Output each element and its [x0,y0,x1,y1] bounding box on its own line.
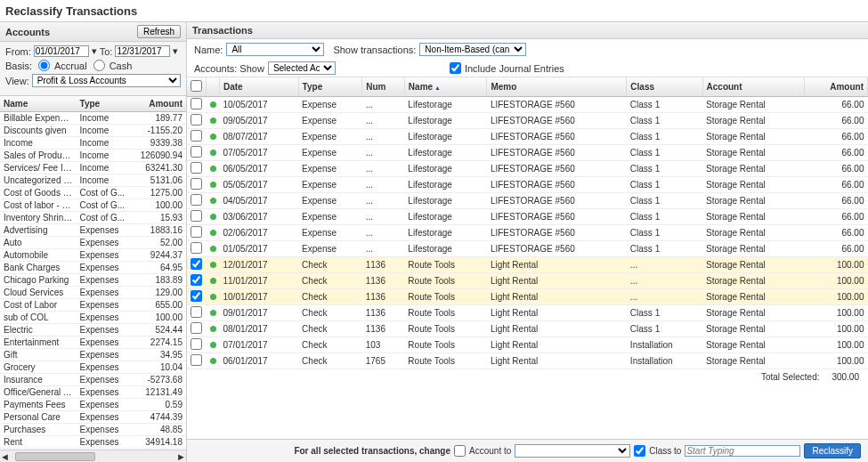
col-date[interactable]: Date [220,77,299,97]
account-row[interactable]: Payments FeesExpenses0.59 [0,399,186,411]
row-checkbox[interactable] [191,162,202,174]
account-row[interactable]: Uncategorized IncomeIncome5131.06 [0,174,186,187]
account-row[interactable]: AutoExpenses52.00 [0,237,186,249]
transaction-row[interactable]: 07/05/2017Expense...LifestorageLIFESTORA… [187,145,868,161]
account-row[interactable]: sub of COLExpenses100.00 [0,312,186,324]
account-row[interactable]: Sales of Product IncomeIncome126090.94 [0,150,186,162]
account-to-checkbox[interactable] [454,445,466,457]
col-account[interactable]: Account [702,77,804,97]
include-journal-label: Include Journal Entries [465,63,564,74]
transaction-row[interactable]: 11/01/2017Check1136Route ToolsLight Rent… [187,273,868,289]
row-checkbox[interactable] [191,130,202,142]
col-num[interactable]: Num [362,77,405,97]
account-row[interactable]: Bank ChargesExpenses64.95 [0,262,186,274]
account-row[interactable]: Cost of Goods SoldCost of G...1275.00 [0,187,186,199]
account-row[interactable]: AdvertisingExpenses1883.16 [0,224,186,237]
account-row[interactable]: GiftExpenses34.95 [0,349,186,361]
account-row[interactable]: RentExpenses34914.18 [0,436,186,449]
account-row[interactable]: Cost of labor - COSCost of G...100.00 [0,199,186,212]
account-row[interactable]: IncomeIncome9339.38 [0,137,186,150]
row-checkbox[interactable] [191,322,202,334]
accounts-list[interactable]: Billable Expense IncomeIncome189.77Disco… [0,112,186,450]
dropdown-icon[interactable]: ▾ [173,45,178,57]
transaction-row[interactable]: 09/01/2017Check1136Route ToolsLight Rent… [187,305,868,321]
account-row[interactable]: Billable Expense IncomeIncome189.77 [0,112,186,125]
row-checkbox[interactable] [191,354,202,366]
account-row[interactable]: InsuranceExpenses-5273.68 [0,374,186,386]
transaction-row[interactable]: 10/01/2017Check1136Route ToolsLight Rent… [187,289,868,305]
basis-accrual-radio[interactable] [38,60,50,71]
row-checkbox[interactable] [191,194,202,206]
transaction-row[interactable]: 08/07/2017Expense...LifestorageLIFESTORA… [187,129,868,145]
row-checkbox[interactable] [191,274,202,286]
select-all-checkbox[interactable] [191,80,202,92]
account-row[interactable]: Discounts givenIncome-1155.20 [0,125,186,137]
acct-col-amount[interactable]: Amount [131,96,186,111]
account-row[interactable]: Inventory ShrinkageCost of G...15.93 [0,212,186,224]
scroll-left-icon[interactable]: ◄ [0,451,10,462]
class-to-checkbox[interactable] [634,445,645,457]
account-row[interactable]: Cost of LaborExpenses655.00 [0,299,186,312]
row-checkbox[interactable] [191,226,202,238]
row-checkbox[interactable] [191,98,202,109]
transaction-row[interactable]: 02/06/2017Expense...LifestorageLIFESTORA… [187,225,868,241]
transaction-row[interactable]: 01/05/2017Expense...LifestorageLIFESTORA… [187,241,868,257]
transaction-row[interactable]: 06/05/2017Expense...LifestorageLIFESTORA… [187,161,868,177]
col-amount[interactable]: Amount [804,77,867,97]
row-checkbox[interactable] [191,114,202,126]
account-row[interactable]: PurchasesExpenses48.85 [0,424,186,436]
horizontal-scrollbar[interactable]: ◄► [0,450,186,462]
row-checkbox[interactable] [191,306,202,318]
basis-cash-radio[interactable] [93,60,105,71]
status-dot-icon [210,198,216,204]
name-filter-select[interactable]: All [226,43,324,56]
transaction-row[interactable]: 07/01/2017Check103Route ToolsLight Renta… [187,337,868,353]
transaction-row[interactable]: 09/05/2017Expense...LifestorageLIFESTORA… [187,113,868,129]
col-type[interactable]: Type [298,77,362,97]
transaction-row[interactable]: 06/01/2017Check1765Route ToolsLight Rent… [187,353,868,369]
accounts-heading: Accounts [5,27,50,37]
dropdown-icon[interactable]: ▾ [92,45,97,57]
account-row[interactable]: AutomobileExpenses9244.37 [0,249,186,262]
account-row[interactable]: EntertainmentExpenses2274.15 [0,336,186,349]
from-date-input[interactable] [34,45,89,57]
acct-show-select[interactable]: Selected Account [268,61,336,75]
transaction-row[interactable]: 08/01/2017Check1136Route ToolsLight Rent… [187,321,868,337]
row-checkbox[interactable] [191,290,202,302]
col-memo[interactable]: Memo [487,77,627,97]
status-dot-icon [210,166,216,172]
refresh-button[interactable]: Refresh [137,25,181,38]
col-class[interactable]: Class [627,77,702,97]
view-select[interactable]: Profit & Loss Accounts [32,74,181,87]
acct-col-type[interactable]: Type [77,96,132,111]
account-row[interactable]: Cloud ServicesExpenses129.00 [0,287,186,299]
account-row[interactable]: Services/ Fee IncomeIncome63241.30 [0,162,186,174]
include-journal-checkbox[interactable] [450,62,461,74]
transaction-row[interactable]: 10/05/2017Expense...LifestorageLIFESTORA… [187,97,868,113]
row-checkbox[interactable] [191,338,202,350]
transaction-row[interactable]: 04/05/2017Expense...LifestorageLIFESTORA… [187,193,868,209]
transaction-row[interactable]: 03/06/2017Expense...LifestorageLIFESTORA… [187,209,868,225]
acct-col-name[interactable]: Name [0,96,77,111]
col-name[interactable]: Name [404,77,487,97]
reclassify-button[interactable]: Reclassify [804,443,861,458]
transaction-row[interactable]: 12/01/2017Check1136Route ToolsLight Rent… [187,257,868,273]
row-checkbox[interactable] [191,242,202,254]
account-row[interactable]: Chicago ParkingExpenses183.89 [0,274,186,287]
transaction-row[interactable]: 05/05/2017Expense...LifestorageLIFESTORA… [187,177,868,193]
class-to-input[interactable] [685,445,800,457]
row-checkbox[interactable] [191,258,202,270]
scroll-right-icon[interactable]: ► [176,451,186,462]
account-to-select[interactable] [515,444,630,458]
account-row[interactable]: ElectricExpenses524.44 [0,324,186,336]
to-date-input[interactable] [115,45,170,57]
show-txn-select[interactable]: Non-Item-Based (can be reclassified) [419,43,526,56]
row-checkbox[interactable] [191,210,202,222]
account-row[interactable]: Office/General Administrative...Expenses… [0,386,186,399]
class-to-label: Class to [649,446,681,456]
basis-accrual-label: Accrual [54,61,87,71]
account-row[interactable]: GroceryExpenses10.04 [0,361,186,374]
account-row[interactable]: Personal CareExpenses4744.39 [0,411,186,424]
row-checkbox[interactable] [191,146,202,158]
row-checkbox[interactable] [191,178,202,190]
